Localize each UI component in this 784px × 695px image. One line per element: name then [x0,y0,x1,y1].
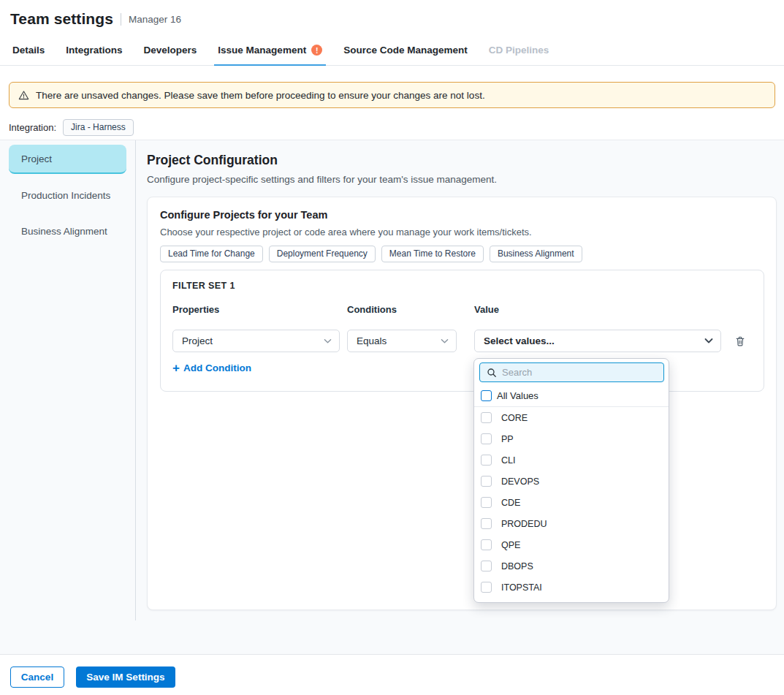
trash-icon [734,335,746,347]
dropdown-search-input[interactable] [502,367,657,378]
checkbox[interactable] [481,476,492,487]
value-dropdown-popup: All Values CORE PP CLI DEVOPS CDE PRODED… [473,358,669,603]
column-label-conditions: Conditions [347,304,397,315]
filter-set-panel: FILTER SET 1 Properties Conditions Value… [160,270,764,392]
checkbox[interactable] [481,497,492,508]
tab-integrations[interactable]: Integrations [66,35,122,65]
title-divider [121,13,121,26]
option-pp[interactable]: PP [474,428,669,449]
option-core[interactable]: CORE [474,407,669,428]
checkbox[interactable] [481,582,492,593]
sidebar-item-business-alignment[interactable]: Business Alignment [9,216,126,246]
option-qpe[interactable]: QPE [474,534,669,555]
tab-source-code-management[interactable]: Source Code Management [343,35,468,65]
footer-action-bar: Cancel Save IM Settings [0,654,784,695]
checkbox[interactable] [481,433,492,444]
cancel-button[interactable]: Cancel [10,666,64,688]
option-cde[interactable]: CDE [474,492,669,513]
warning-badge-icon: ! [311,45,322,56]
checkbox[interactable] [481,539,492,550]
property-select[interactable]: Project [172,330,340,352]
plus-icon: + [172,362,180,374]
settings-sidebar: Project Production Incidents Business Al… [0,140,136,620]
option-devops[interactable]: DEVOPS [474,471,669,492]
column-label-value: Value [474,304,499,315]
section-subtitle: Configure project-specific settings and … [147,174,497,185]
checkbox[interactable] [481,455,492,466]
add-condition-label: Add Condition [183,362,251,373]
content-region: Project Production Incidents Business Al… [0,140,784,654]
dropdown-options-list: CORE PP CLI DEVOPS CDE PRODEDU QPE DBOPS… [474,407,669,603]
delete-filter-row-button[interactable] [732,333,748,349]
card-subtitle: Choose your respective project or code a… [160,227,532,238]
sidebar-item-project[interactable]: Project [9,145,126,174]
column-label-properties: Properties [172,304,219,315]
page-header: Team settings Manager 16 [10,9,181,29]
section-title: Project Configuration [147,153,278,168]
card-title: Configure Projects for your Team [160,209,327,221]
dropdown-search-box [479,362,664,382]
tag-lead-time-for-change: Lead Time for Change [160,246,263,262]
integration-label: Integration: [9,122,56,133]
tab-bar: Details Integrations Developers Issue Ma… [0,35,784,66]
unsaved-changes-banner: There are unsaved changes. Please save t… [9,82,775,108]
warning-triangle-icon [18,90,29,101]
metric-tags: Lead Time for Change Deployment Frequenc… [160,246,582,262]
chevron-down-icon [324,338,332,344]
tab-cd-pipelines: CD Pipelines [489,35,549,65]
option-prodedu[interactable]: PRODEDU [474,513,669,534]
configure-projects-card: Configure Projects for your Team Choose … [147,197,777,610]
condition-select[interactable]: Equals [347,330,457,352]
tab-developers[interactable]: Developers [144,35,197,65]
value-multiselect-placeholder: Select values... [484,335,555,346]
all-values-checkbox[interactable] [481,390,492,401]
team-name-label: Manager 16 [129,14,181,25]
option-all-values[interactable]: All Values [474,385,669,407]
checkbox[interactable] [481,518,492,529]
value-multiselect[interactable]: Select values... [474,330,721,352]
all-values-label: All Values [497,390,538,401]
tab-details[interactable]: Details [12,35,45,65]
option-cli[interactable]: CLI [474,449,669,471]
property-select-value: Project [182,335,213,346]
chevron-down-icon [704,338,713,344]
checkbox[interactable] [481,561,492,571]
tag-mean-time-to-restore: Mean Time to Restore [381,246,484,262]
banner-text: There are unsaved changes. Please save t… [36,90,485,101]
checkbox[interactable] [481,412,492,423]
add-condition-button[interactable]: + Add Condition [172,362,251,374]
integration-row: Integration: Jira - Harness [9,119,134,135]
filter-set-title: FILTER SET 1 [172,281,235,291]
condition-select-value: Equals [357,335,387,346]
option-dbops[interactable]: DBOPS [474,555,669,577]
search-icon [487,368,497,378]
page-title: Team settings [10,10,113,28]
page: Team settings Manager 16 Details Integra… [0,0,784,695]
main-panel: Project Configuration Configure project-… [136,140,784,655]
chevron-down-icon [441,338,449,344]
option-itopstai[interactable]: ITOPSTAI [474,577,669,598]
save-im-settings-button[interactable]: Save IM Settings [76,666,175,688]
option-pipe[interactable]: PIPE [474,598,669,603]
integration-chip[interactable]: Jira - Harness [63,119,134,136]
tag-business-alignment: Business Alignment [490,246,582,262]
tag-deployment-frequency: Deployment Frequency [269,246,376,262]
tab-issue-management[interactable]: Issue Management ! [218,35,322,65]
sidebar-item-production-incidents[interactable]: Production Incidents [9,181,126,210]
